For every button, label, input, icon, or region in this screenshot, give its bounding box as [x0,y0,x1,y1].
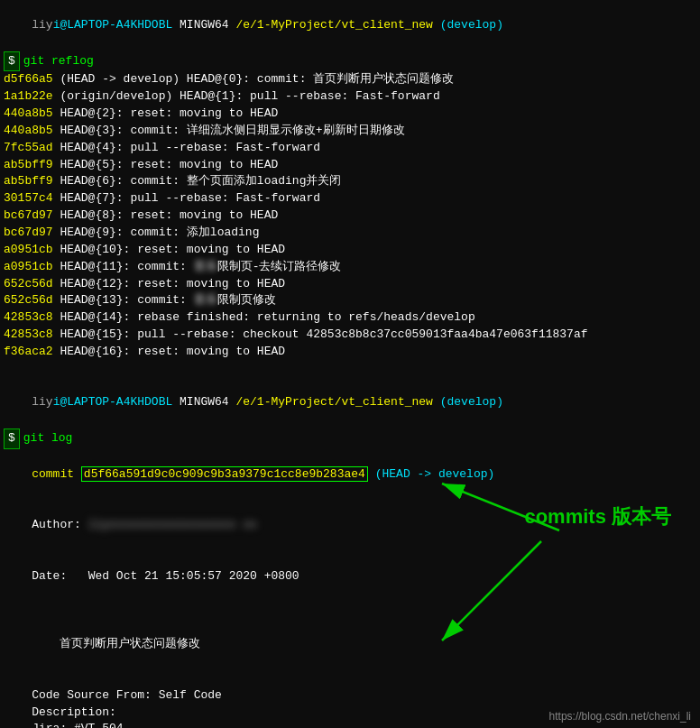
reflog-entry-4: 7fc55ad HEAD@{4}: pull --rebase: Fast-fo… [0,140,700,157]
reflog-entry-15: 42853c8 HEAD@{15}: pull --rebase: checko… [0,327,700,344]
blank-2 [0,603,700,620]
commit1-hash-box: d5f66a591d9c0c909c9b3a9379c1cc8e9b283ae4 [81,466,368,482]
reflog-entry-12: 652c56d HEAD@{12}: reset: moving to HEAD [0,276,700,293]
terminal: liyi@LAPTOP-A4KHDOBL MINGW64 /e/1-MyProj… [0,0,700,728]
commit1-message: 首页判断用户状态问题修改 [0,619,700,670]
gitlog-prompt[interactable]: $ git log [0,429,700,449]
commit1-header: commit d5f66a591d9c0c909c9b3a9379c1cc8e9… [0,449,700,501]
reflog-entry-0: d5f66a5 (HEAD -> develop) HEAD@{0}: comm… [0,71,700,88]
annotation-text: commits 版本号 [524,503,671,530]
reflog-entry-16: f36aca2 HEAD@{16}: reset: moving to HEAD [0,344,700,361]
commit1-codesource: Code Source From: Self Code [0,687,700,705]
reflog-entry-5: ab5bff9 HEAD@{5}: reset: moving to HEAD [0,157,700,174]
gitlog-command: git log [23,430,73,447]
reflog-entry-1: 1a1b22e (origin/develop) HEAD@{1}: pull … [0,88,700,106]
reflog-entry-13: 652c56d HEAD@{13}: commit: 音乐限制页修改 [0,292,700,309]
commits-label: commits 版本号 [524,505,671,528]
reflog-entry-9: bc67d97 HEAD@{9}: commit: 添加loading [0,225,700,242]
dollar-sign: $ [4,51,20,72]
reflog-entry-6: ab5bff9 HEAD@{6}: commit: 整个页面添加loading并… [0,173,700,190]
reflog-entry-10: a0951cb HEAD@{10}: reset: moving to HEAD [0,242,700,259]
reflog-entry-11: a0951cb HEAD@{11}: commit: 音乐限制页-去续订路径修改 [0,259,700,276]
header-line-1: liyi@LAPTOP-A4KHDOBL MINGW64 /e/1-MyProj… [0,0,700,51]
reflog-entry-7: 30157c4 HEAD@{7}: pull --rebase: Fast-fo… [0,190,700,207]
blank-3 [0,670,700,687]
reflog-prompt[interactable]: $ git reflog [0,51,700,72]
reflog-entry-8: bc67d97 HEAD@{8}: reset: moving to HEAD [0,207,700,225]
commit1-date: Date: Wed Oct 21 15:05:57 2020 +0800 [0,551,700,603]
blank-1 [0,361,700,378]
reflog-entry-14: 42853c8 HEAD@{14}: rebase finished: retu… [0,309,700,327]
reflog-entry-2: 440a8b5 HEAD@{2}: reset: moving to HEAD [0,106,700,123]
header-line-2: liyi@LAPTOP-A4KHDOBL MINGW64 /e/1-MyProj… [0,378,700,429]
csdn-link[interactable]: https://blog.csdn.net/chenxi_li [549,710,691,723]
dollar-sign-2: $ [4,429,20,449]
reflog-entry-3: 440a8b5 HEAD@{3}: commit: 详细流水侧日期显示修改+刷新… [0,123,700,140]
reflog-command: git reflog [23,53,94,70]
